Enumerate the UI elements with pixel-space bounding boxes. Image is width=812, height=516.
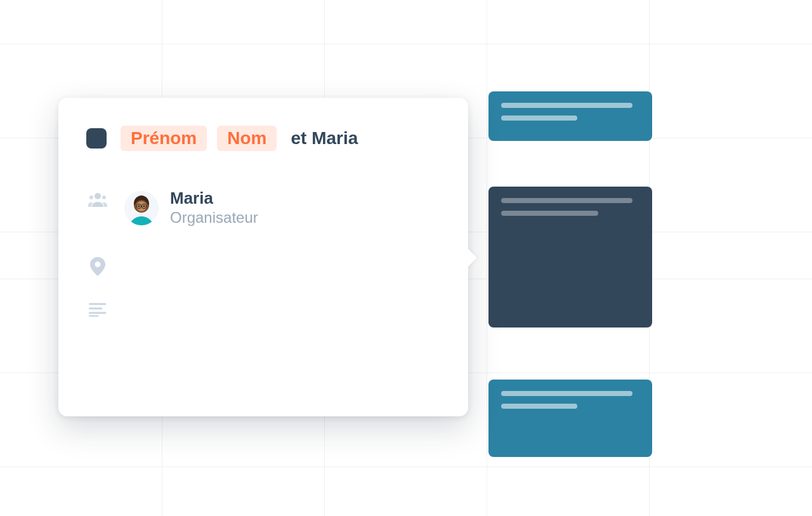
organizer-row: Maria Organisateur <box>86 189 440 227</box>
calendar-row[interactable] <box>0 467 812 516</box>
event-subtitle-placeholder <box>501 211 598 216</box>
organizer-role: Organisateur <box>170 209 258 227</box>
calendar-events-column <box>488 0 652 516</box>
token-last-name[interactable]: Nom <box>217 126 277 151</box>
event-detail-popover: Prénom Nom et Maria <box>58 98 468 416</box>
svg-point-2 <box>102 195 106 199</box>
event-title-row: Prénom Nom et Maria <box>86 126 440 151</box>
svg-point-1 <box>89 195 93 199</box>
event-title-placeholder <box>501 391 632 396</box>
people-icon <box>86 192 109 207</box>
calendar-event-selected[interactable] <box>488 187 652 327</box>
event-color-swatch[interactable] <box>86 128 107 149</box>
event-title-placeholder <box>501 198 632 203</box>
event-subtitle-placeholder <box>501 404 577 409</box>
organizer-name: Maria <box>170 189 258 208</box>
description-row[interactable] <box>86 300 440 317</box>
organizer-info[interactable]: Maria Organisateur <box>124 189 258 227</box>
calendar-event[interactable] <box>488 91 652 141</box>
calendar-event[interactable] <box>488 380 652 457</box>
location-row[interactable] <box>86 255 440 276</box>
event-title-suffix: et Maria <box>291 129 358 147</box>
calendar-row[interactable] <box>0 0 812 44</box>
svg-point-7 <box>143 205 145 207</box>
svg-point-0 <box>95 193 101 199</box>
event-title-placeholder <box>501 103 632 108</box>
svg-point-6 <box>138 205 140 207</box>
location-pin-icon <box>86 257 109 276</box>
token-first-name[interactable]: Prénom <box>121 126 207 151</box>
event-subtitle-placeholder <box>501 116 577 121</box>
avatar <box>124 191 159 225</box>
text-lines-icon <box>86 303 109 317</box>
